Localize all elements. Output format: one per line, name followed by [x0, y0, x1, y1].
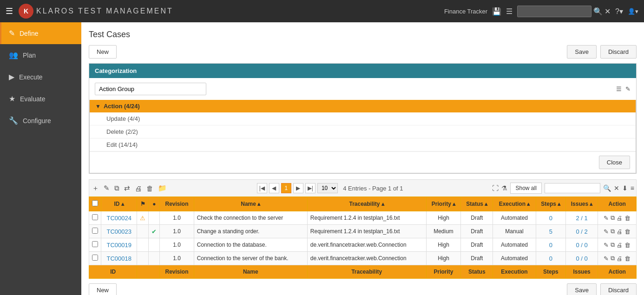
categorization-dropdown[interactable]: Action Group Module Feature: [95, 83, 206, 95]
row-delete-icon[interactable]: 🗑: [624, 215, 631, 222]
steps-link[interactable]: 0: [549, 215, 552, 222]
row-print-icon[interactable]: 🖨: [617, 228, 623, 235]
th-status-icon[interactable]: ●: [149, 197, 160, 211]
help-icon[interactable]: ?▾: [615, 7, 623, 16]
row-print-icon[interactable]: 🖨: [617, 215, 623, 222]
row-checkbox[interactable]: [92, 255, 98, 261]
row-steps[interactable]: 0: [536, 211, 565, 225]
steps-link[interactable]: 5: [549, 228, 552, 235]
row-steps[interactable]: 5: [536, 225, 565, 238]
row-steps[interactable]: 0: [536, 252, 565, 265]
discard-button-top[interactable]: Discard: [600, 45, 637, 59]
th-revision[interactable]: Revision: [160, 197, 194, 211]
tree-group-action[interactable]: ▼ Action (4/24): [90, 100, 636, 112]
issues-link[interactable]: 0 / 0: [576, 242, 587, 249]
th-name[interactable]: Name ▴: [194, 197, 307, 211]
save-button-bottom[interactable]: Save: [567, 283, 597, 295]
copy-icon[interactable]: ⧉: [113, 183, 120, 193]
list-icon[interactable]: ☰: [616, 85, 622, 92]
show-all-button[interactable]: Show all: [510, 183, 541, 194]
row-edit-icon[interactable]: ✎: [604, 215, 609, 222]
row-edit-icon[interactable]: ✎: [604, 255, 609, 262]
row-checkbox[interactable]: [92, 214, 98, 220]
steps-link[interactable]: 0: [549, 255, 552, 262]
th-checkbox[interactable]: [89, 197, 101, 211]
sidebar-item-execute[interactable]: ▶ Execute: [0, 66, 81, 88]
th-execution[interactable]: Execution ▴: [493, 197, 536, 211]
row-print-icon[interactable]: 🖨: [617, 255, 623, 262]
row-checkbox-cell[interactable]: [89, 211, 101, 225]
row-issues[interactable]: 0 / 2: [565, 225, 598, 238]
issues-link[interactable]: 2 / 1: [576, 215, 587, 222]
row-checkbox[interactable]: [92, 228, 98, 234]
pagination-next[interactable]: ▶: [293, 183, 303, 193]
row-copy-icon[interactable]: ⧉: [611, 228, 615, 235]
row-issues[interactable]: 2 / 1: [565, 211, 598, 225]
issues-link[interactable]: 0 / 0: [576, 255, 587, 262]
row-steps[interactable]: 0: [536, 238, 565, 252]
delete-icon[interactable]: 🗑: [145, 184, 154, 193]
row-copy-icon[interactable]: ⧉: [611, 241, 615, 249]
export-icon[interactable]: ⬇: [622, 184, 628, 192]
row-checkbox-cell[interactable]: [89, 225, 101, 238]
th-id[interactable]: ID ▴: [101, 197, 137, 211]
select-all-checkbox[interactable]: [92, 200, 98, 206]
sidebar-item-plan[interactable]: 👥 Plan: [0, 44, 81, 66]
tc-id-link[interactable]: TC00019: [106, 242, 131, 249]
row-copy-icon[interactable]: ⧉: [611, 255, 615, 262]
project-list-icon[interactable]: ☰: [506, 7, 513, 16]
th-priority[interactable]: Priority ▴: [426, 197, 461, 211]
discard-button-bottom[interactable]: Discard: [600, 283, 637, 295]
sidebar-item-define[interactable]: ✎ Define: [0, 22, 81, 44]
search-clear-icon[interactable]: ✕: [605, 7, 611, 16]
pagination-first[interactable]: |◀: [257, 183, 267, 193]
row-delete-icon[interactable]: 🗑: [624, 242, 631, 249]
th-steps[interactable]: Steps ▴: [536, 197, 565, 211]
save-button-top[interactable]: Save: [567, 45, 597, 59]
issues-link[interactable]: 0 / 2: [576, 228, 587, 235]
row-id[interactable]: TC00024: [101, 211, 137, 225]
row-id[interactable]: TC00019: [101, 238, 137, 252]
tree-sub-update[interactable]: Update (4/4): [90, 112, 636, 125]
tree-sub-delete[interactable]: Delete (2/2): [90, 125, 636, 138]
row-issues[interactable]: 0 / 0: [565, 252, 598, 265]
more-icon[interactable]: ≡: [631, 184, 634, 192]
tc-id-link[interactable]: TC00024: [106, 215, 131, 222]
add-icon[interactable]: ＋: [91, 183, 100, 194]
table-search-icon[interactable]: 🔍: [603, 184, 611, 192]
table-search-input[interactable]: [545, 183, 600, 193]
th-issues[interactable]: Issues ▴: [565, 197, 598, 211]
search-icon[interactable]: 🔍: [593, 7, 603, 16]
pagination-last[interactable]: ▶|: [305, 183, 315, 193]
row-id[interactable]: TC00018: [101, 252, 137, 265]
row-copy-icon[interactable]: ⧉: [611, 214, 615, 222]
row-edit-icon[interactable]: ✎: [604, 228, 609, 235]
print-icon[interactable]: 🖨: [134, 184, 143, 193]
row-print-icon[interactable]: 🖨: [617, 242, 623, 249]
row-delete-icon[interactable]: 🗑: [624, 228, 631, 235]
edit-icon[interactable]: ✎: [625, 85, 631, 92]
row-checkbox[interactable]: [92, 241, 98, 247]
edit-row-icon[interactable]: ✎: [103, 183, 111, 193]
th-traceability[interactable]: Traceability ▴: [307, 197, 426, 211]
project-save-icon[interactable]: 💾: [492, 7, 501, 16]
tree-sub-edit[interactable]: Edit (14/14): [90, 138, 636, 151]
menu-icon[interactable]: ☰: [6, 6, 13, 16]
row-id[interactable]: TC00023: [101, 225, 137, 238]
table-search-clear-icon[interactable]: ✕: [614, 184, 619, 192]
row-edit-icon[interactable]: ✎: [604, 242, 609, 249]
user-menu[interactable]: 👤▾: [628, 8, 638, 15]
new-button-top[interactable]: New: [89, 45, 117, 59]
move-icon[interactable]: ⇄: [123, 183, 131, 193]
tc-id-link[interactable]: TC00018: [106, 255, 131, 262]
row-checkbox-cell[interactable]: [89, 252, 101, 265]
filter-icon[interactable]: ⚗: [501, 184, 507, 192]
row-issues[interactable]: 0 / 0: [565, 238, 598, 252]
sidebar-item-evaluate[interactable]: ★ Evaluate: [0, 88, 81, 110]
network-icon[interactable]: ⛶: [492, 184, 499, 192]
th-flag[interactable]: ⚑: [137, 197, 149, 211]
search-input[interactable]: [517, 6, 591, 17]
folder-icon[interactable]: 📁: [157, 183, 168, 193]
pagination-prev[interactable]: ◀: [269, 183, 279, 193]
row-delete-icon[interactable]: 🗑: [624, 255, 631, 262]
